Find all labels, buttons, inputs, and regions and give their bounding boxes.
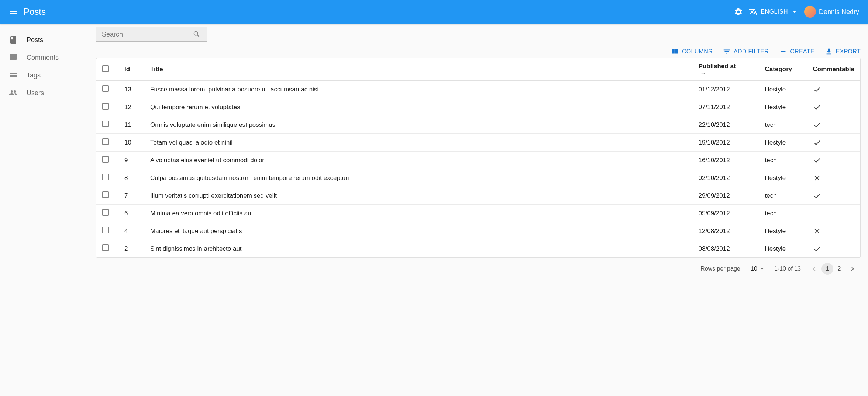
cell-category: lifestyle bbox=[759, 134, 807, 152]
language-label: ENGLISH bbox=[761, 8, 788, 15]
cell-title: Sint dignissimos in architecto aut bbox=[144, 240, 693, 258]
check-icon bbox=[813, 139, 854, 147]
table-row[interactable]: 9A voluptas eius eveniet ut commodi dolo… bbox=[96, 152, 860, 169]
rows-per-page-select[interactable]: 10 bbox=[751, 265, 765, 272]
table-row[interactable]: 11Omnis voluptate enim similique est pos… bbox=[96, 116, 860, 134]
columns-icon bbox=[671, 48, 679, 56]
search-input-wrapper[interactable] bbox=[96, 27, 207, 42]
header-published-label: Published at bbox=[699, 63, 736, 70]
sidebar-item-label: Users bbox=[27, 89, 44, 97]
sidebar-item-comments[interactable]: Comments bbox=[0, 49, 96, 66]
row-checkbox[interactable] bbox=[102, 156, 109, 163]
sidebar-item-users[interactable]: Users bbox=[0, 84, 96, 102]
cell-category: tech bbox=[759, 187, 807, 205]
cell-id: 7 bbox=[118, 187, 144, 205]
table-row[interactable]: 12Qui tempore rerum et voluptates07/11/2… bbox=[96, 98, 860, 116]
page-next-button[interactable] bbox=[848, 264, 857, 273]
table-row[interactable]: 2Sint dignissimos in architecto aut08/08… bbox=[96, 240, 860, 258]
check-icon bbox=[813, 245, 854, 253]
header-title[interactable]: Title bbox=[144, 58, 693, 81]
header-published[interactable]: Published at bbox=[693, 58, 759, 81]
table-row[interactable]: 7Illum veritatis corrupti exercitationem… bbox=[96, 187, 860, 205]
header-commentable[interactable]: Commentable bbox=[807, 58, 860, 81]
cell-category: lifestyle bbox=[759, 98, 807, 116]
columns-button[interactable]: COLUMNS bbox=[671, 48, 712, 56]
row-checkbox[interactable] bbox=[102, 138, 109, 145]
cell-category: lifestyle bbox=[759, 81, 807, 98]
cell-commentable bbox=[807, 98, 860, 116]
cell-commentable bbox=[807, 81, 860, 98]
row-checkbox[interactable] bbox=[102, 209, 109, 216]
cell-title: Omnis voluptate enim similique est possi… bbox=[144, 116, 693, 134]
list-icon bbox=[9, 71, 18, 80]
check-icon bbox=[813, 86, 854, 94]
search-input[interactable] bbox=[102, 31, 193, 38]
cell-commentable bbox=[807, 134, 860, 152]
page-title: Posts bbox=[24, 7, 46, 17]
page-1[interactable]: 1 bbox=[822, 263, 833, 275]
row-checkbox[interactable] bbox=[102, 174, 109, 180]
sidebar-item-tags[interactable]: Tags bbox=[0, 66, 96, 84]
table-row[interactable]: 6Minima ea vero omnis odit officiis aut0… bbox=[96, 205, 860, 222]
main-content: COLUMNS ADD FILTER CREATE EXPORT Id bbox=[96, 24, 868, 289]
columns-label: COLUMNS bbox=[682, 48, 712, 55]
cell-id: 4 bbox=[118, 222, 144, 240]
cell-published: 19/10/2012 bbox=[693, 134, 759, 152]
table-row[interactable]: 13Fusce massa lorem, pulvinar a posuere … bbox=[96, 81, 860, 98]
cell-commentable bbox=[807, 222, 860, 240]
user-name: Dennis Nedry bbox=[819, 8, 859, 16]
cell-published: 08/08/2012 bbox=[693, 240, 759, 258]
row-checkbox[interactable] bbox=[102, 103, 109, 110]
cell-published: 29/09/2012 bbox=[693, 187, 759, 205]
hamburger-icon[interactable] bbox=[9, 7, 18, 16]
row-checkbox[interactable] bbox=[102, 244, 109, 251]
avatar bbox=[804, 6, 816, 18]
row-checkbox[interactable] bbox=[102, 191, 109, 198]
check-icon bbox=[813, 103, 854, 111]
cell-id: 13 bbox=[118, 81, 144, 98]
chevron-down-icon bbox=[791, 8, 798, 15]
cell-title: Illum veritatis corrupti exercitationem … bbox=[144, 187, 693, 205]
cell-commentable bbox=[807, 152, 860, 169]
select-all-checkbox[interactable] bbox=[102, 65, 109, 72]
cell-id: 2 bbox=[118, 240, 144, 258]
check-icon bbox=[813, 121, 854, 129]
sort-desc-icon bbox=[699, 70, 753, 76]
cell-category: tech bbox=[759, 116, 807, 134]
cell-title: Fusce massa lorem, pulvinar a posuere ut… bbox=[144, 81, 693, 98]
create-button[interactable]: CREATE bbox=[779, 48, 814, 56]
sidebar-item-label: Tags bbox=[27, 72, 41, 79]
cell-id: 9 bbox=[118, 152, 144, 169]
add-filter-button[interactable]: ADD FILTER bbox=[723, 48, 769, 56]
cell-id: 11 bbox=[118, 116, 144, 134]
cell-title: Qui tempore rerum et voluptates bbox=[144, 98, 693, 116]
user-menu[interactable]: Dennis Nedry bbox=[804, 6, 859, 18]
cell-commentable bbox=[807, 169, 860, 187]
table-row[interactable]: 4Maiores et itaque aut perspiciatis12/08… bbox=[96, 222, 860, 240]
cell-published: 12/08/2012 bbox=[693, 222, 759, 240]
cell-published: 07/11/2012 bbox=[693, 98, 759, 116]
table-row[interactable]: 8Culpa possimus quibusdam nostrum enim t… bbox=[96, 169, 860, 187]
sidebar-item-posts[interactable]: Posts bbox=[0, 31, 96, 49]
table-row[interactable]: 10Totam vel quasi a odio et nihil19/10/2… bbox=[96, 134, 860, 152]
language-selector[interactable]: ENGLISH bbox=[749, 7, 798, 16]
pagination-range: 1-10 of 13 bbox=[774, 265, 801, 272]
check-icon bbox=[813, 192, 854, 200]
cell-category: lifestyle bbox=[759, 222, 807, 240]
export-label: EXPORT bbox=[836, 48, 861, 55]
header-category[interactable]: Category bbox=[759, 58, 807, 81]
cell-commentable bbox=[807, 116, 860, 134]
settings-button[interactable] bbox=[734, 7, 743, 16]
header-id[interactable]: Id bbox=[118, 58, 144, 81]
page-2[interactable]: 2 bbox=[833, 263, 845, 275]
search-icon bbox=[193, 30, 201, 38]
row-checkbox[interactable] bbox=[102, 227, 109, 233]
page-prev-button[interactable] bbox=[810, 264, 819, 273]
row-checkbox[interactable] bbox=[102, 85, 109, 92]
row-checkbox[interactable] bbox=[102, 121, 109, 127]
export-button[interactable]: EXPORT bbox=[825, 48, 861, 56]
download-icon bbox=[825, 48, 833, 56]
gear-icon bbox=[734, 7, 743, 16]
cell-commentable bbox=[807, 205, 860, 222]
cell-id: 6 bbox=[118, 205, 144, 222]
